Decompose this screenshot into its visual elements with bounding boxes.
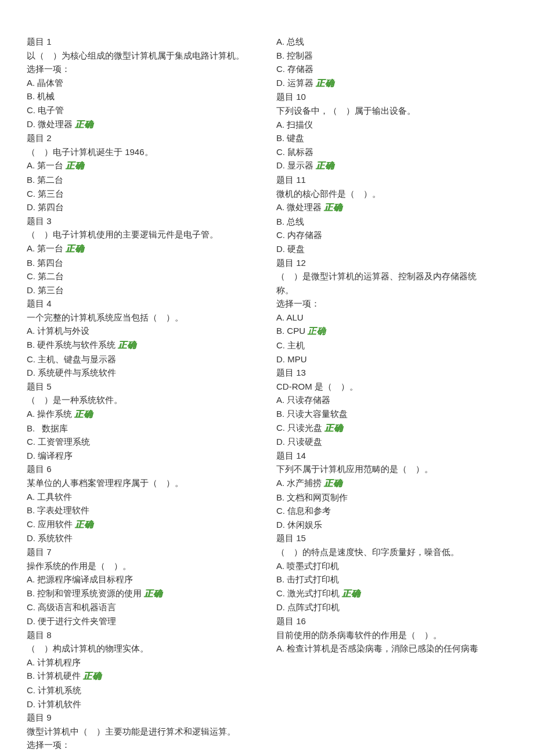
correct-badge: 正确: [324, 478, 342, 488]
text-line: D. 休闲娱乐: [276, 518, 507, 532]
text-line: D. 编译程序: [27, 449, 258, 463]
correct-badge: 正确: [308, 326, 326, 336]
line-text: B. 数据库: [27, 423, 68, 433]
text-line: 下列不属于计算机应用范畴的是（ ）。: [276, 462, 507, 476]
text-line: B. 文档和网页制作: [276, 491, 507, 505]
text-line: D. 第四台: [27, 200, 258, 214]
text-line: D. 便于进行文件夹管理: [27, 614, 258, 628]
text-line: 题目 5: [27, 380, 258, 394]
text-line: A. 工具软件: [27, 490, 258, 504]
line-text: 题目 8: [27, 630, 52, 640]
line-text: A. 计算机程序: [27, 657, 81, 667]
line-text: （ ）是微型计算机的运算器、控制器及内存储器统: [276, 271, 477, 281]
line-text: B. 控制和管理系统资源的使用: [27, 588, 142, 598]
text-line: 题目 16: [276, 614, 507, 628]
text-line: 题目 10: [276, 90, 507, 104]
text-line: D. 第三台: [27, 283, 258, 297]
correct-badge: 正确: [74, 409, 93, 419]
text-line: C. 工资管理系统: [27, 435, 258, 449]
text-line: D. 点阵式打印机: [276, 600, 507, 614]
line-text: 选择一项：: [27, 64, 70, 74]
correct-badge: 正确: [83, 671, 102, 681]
line-text: （ ）构成计算机的物理实体。: [27, 643, 149, 653]
text-line: 某单位的人事档案管理程序属于（ ）。: [27, 476, 258, 490]
line-text: D. 第四台: [27, 202, 64, 212]
text-line: A. 第一台正确: [27, 159, 258, 173]
line-text: 题目 5: [27, 381, 52, 391]
line-text: B. 只读大容量软盘: [276, 409, 348, 419]
text-line: B. 控制器: [276, 49, 507, 63]
text-line: （ ）电子计算机使用的主要逻辑元件是电子管。: [27, 228, 258, 242]
correct-badge: 正确: [66, 244, 84, 253]
text-line: C. 内存储器: [276, 228, 507, 242]
correct-badge: 正确: [342, 589, 360, 598]
text-line: 题目 6: [27, 462, 258, 476]
line-text: 题目 2: [27, 133, 52, 143]
correct-badge: 正确: [66, 161, 84, 170]
line-text: D. 只读硬盘: [276, 437, 322, 447]
line-text: 微机的核心部件是（ ）。: [276, 189, 381, 199]
text-line: A. 操作系统正确: [27, 407, 258, 422]
text-line: B. 键盘: [276, 131, 507, 145]
text-line: D. 硬盘: [276, 242, 507, 256]
line-text: 题目 11: [276, 175, 306, 185]
line-text: A. 第一台: [27, 243, 63, 253]
line-text: CD-ROM 是（ ）。: [276, 381, 358, 391]
text-line: B. 击打式打印机: [276, 573, 507, 586]
text-line: B. 机械: [27, 89, 258, 103]
line-text: 选择一项：: [27, 740, 70, 750]
line-text: C. 主机、键盘与显示器: [27, 354, 116, 364]
line-text: 题目 14: [276, 451, 306, 460]
text-line: D. 系统软件: [27, 531, 258, 545]
line-text: A. 把源程序编译成目标程序: [27, 574, 133, 584]
text-line: A. 检查计算机是否感染病毒，消除已感染的任何病毒: [276, 642, 507, 656]
line-text: B. CPU: [276, 326, 305, 336]
text-line: A. 总线: [276, 35, 507, 49]
line-text: B. 键盘: [276, 133, 304, 143]
line-text: B. 击打式打印机: [276, 574, 339, 584]
line-text: D. 微处理器: [27, 119, 73, 129]
text-line: （ ）是微型计算机的运算器、控制器及内存储器统: [276, 269, 507, 283]
text-line: 选择一项：: [27, 738, 258, 752]
text-line: B. 计算机硬件正确: [27, 669, 258, 683]
line-text: 题目 1: [27, 37, 52, 46]
text-line: C. 应用软件正确: [27, 517, 258, 532]
text-line: 题目 12: [276, 256, 507, 270]
text-line: 微型计算机中（ ）主要功能是进行算术和逻辑运算。: [27, 725, 258, 739]
line-text: 题目 4: [27, 298, 52, 308]
text-line: C. 高级语言和机器语言: [27, 600, 258, 614]
text-line: 以（ ）为核心组成的微型计算机属于集成电路计算机。: [27, 49, 258, 63]
line-text: D. 第三台: [27, 285, 64, 295]
line-text: A. 第一台: [27, 160, 63, 170]
line-text: 某单位的人事档案管理程序属于（ ）。: [27, 478, 183, 488]
document-body: 题目 1以（ ）为核心组成的微型计算机属于集成电路计算机。选择一项：A. 晶体管…: [27, 35, 507, 755]
line-text: 选择一项：: [276, 298, 320, 308]
text-line: A. 计算机程序: [27, 656, 258, 669]
text-line: C. 主机、键盘与显示器: [27, 352, 258, 366]
line-text: 题目 10: [276, 92, 306, 102]
line-text: B. 第四台: [27, 258, 63, 268]
line-text: A. 晶体管: [27, 78, 63, 88]
text-line: （ ）是一种系统软件。: [27, 393, 258, 407]
line-text: C. 只读光盘: [276, 423, 322, 433]
text-line: D. 运算器正确: [276, 76, 507, 91]
line-text: D. 编译程序: [27, 451, 73, 460]
line-text: B. 文档和网页制作: [276, 492, 348, 502]
text-line: CD-ROM 是（ ）。: [276, 380, 507, 394]
text-line: B. 只读大容量软盘: [276, 407, 507, 421]
text-line: B. 总线: [276, 215, 507, 229]
line-text: 题目 7: [27, 547, 52, 557]
text-line: C. 信息和参考: [276, 504, 507, 518]
text-line: A. 只读存储器: [276, 393, 507, 407]
correct-badge: 正确: [324, 203, 342, 212]
line-text: D. 系统软件: [27, 533, 73, 543]
line-text: C. 信息和参考: [276, 506, 331, 516]
line-text: 题目 9: [27, 712, 52, 722]
line-text: C. 高级语言和机器语言: [27, 602, 116, 612]
line-text: A. 扫描仪: [276, 120, 313, 129]
line-text: A. ALU: [276, 312, 304, 322]
text-line: C. 第二台: [27, 269, 258, 283]
text-line: （ ）构成计算机的物理实体。: [27, 642, 258, 656]
text-line: 题目 13: [276, 366, 507, 380]
line-text: A. 只读存储器: [276, 395, 330, 405]
